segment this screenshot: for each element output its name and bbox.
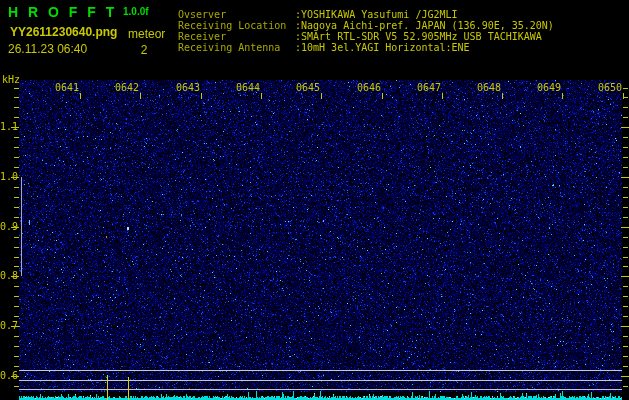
info-value-observer: :YOSHIKAWA Yasufumi /JG2MLI xyxy=(295,9,458,20)
time-tick-label: 0650 xyxy=(597,83,622,93)
time-tick-label: 0642 xyxy=(114,83,139,93)
meteor-count: 2 xyxy=(136,43,152,57)
spectrogram-canvas xyxy=(0,0,629,400)
freq-tick-label: 0.9 xyxy=(0,221,13,232)
freq-tick-label: 0.7 xyxy=(0,320,13,331)
app-version: 1.0.0f xyxy=(123,6,149,17)
app-title: H R O F F T xyxy=(8,4,117,20)
info-label-observer: Ovserver xyxy=(178,9,226,20)
y-axis-unit-label: kHz xyxy=(2,74,20,85)
time-tick-label: 0648 xyxy=(476,83,501,93)
info-label-receiver: Receiver xyxy=(178,31,226,42)
output-filename: YY2611230640.png xyxy=(10,25,117,39)
time-tick-label: 0647 xyxy=(416,83,441,93)
freq-tick-label: 1.0 xyxy=(0,171,13,182)
time-tick-label: 0644 xyxy=(235,83,260,93)
info-value-receiver: :SMArt RTL-SDR V5 52.905MHz USB TACHIKAW… xyxy=(295,31,542,42)
info-label-location: Receiving Location xyxy=(178,20,286,31)
record-datetime: 26.11.23 06:40 xyxy=(8,42,87,56)
info-label-antenna: Receiving Antenna xyxy=(178,42,280,53)
freq-tick-label: 0.6 xyxy=(0,370,13,381)
hrofft-window: H R O F F T 1.0.0f YY2611230640.png mete… xyxy=(0,0,629,400)
freq-tick-label: 0.8 xyxy=(0,270,13,281)
mode-label: meteor xyxy=(128,27,165,41)
time-tick-label: 0646 xyxy=(356,83,381,93)
info-value-location: :Nagoya Aichi-pref. JAPAN (136.90E, 35.2… xyxy=(295,20,554,31)
time-tick-label: 0643 xyxy=(175,83,200,93)
time-tick-label: 0641 xyxy=(54,83,79,93)
info-value-antenna: :10mH 3el.YAGI Horizontal:ENE xyxy=(295,42,470,53)
time-tick-label: 0645 xyxy=(295,83,320,93)
time-tick-label: 0649 xyxy=(536,83,561,93)
freq-tick-label: 1.1 xyxy=(0,121,13,132)
